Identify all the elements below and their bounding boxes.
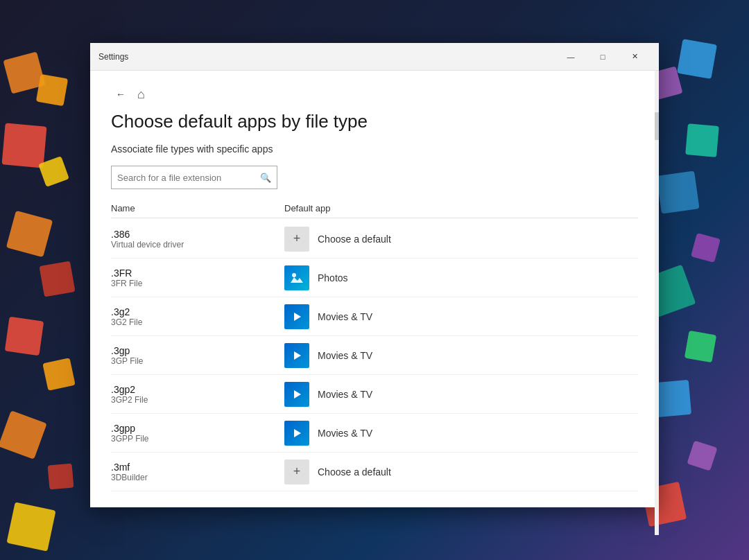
minimize-button[interactable]: — [555, 46, 587, 68]
maximize-button[interactable]: □ [587, 46, 619, 68]
scrollbar[interactable] [655, 71, 659, 535]
file-extension: .3FR [111, 268, 284, 279]
file-info: .386Virtual device driver [111, 229, 284, 250]
search-box[interactable]: 🔍 [111, 166, 277, 189]
app-info[interactable]: Movies & TV [284, 382, 372, 407]
file-description: 3GP2 File [111, 395, 284, 405]
table-row: .3mf3DBuilder+Choose a default [111, 453, 638, 491]
app-icon: + [284, 227, 309, 252]
file-info: .3gpp3GPP File [111, 423, 284, 444]
file-info: .3mf3DBuilder [111, 462, 284, 482]
table-row: .3gp23GP2 File Movies & TV [111, 375, 638, 414]
close-button[interactable]: ✕ [619, 46, 651, 68]
app-info[interactable]: Movies & TV [284, 421, 372, 446]
titlebar: Settings — □ ✕ [90, 43, 659, 71]
window-controls: — □ ✕ [555, 46, 651, 68]
table-row: .aA File+Choose a default [111, 491, 638, 493]
app-icon [284, 304, 309, 329]
app-name: Movies & TV [318, 350, 372, 361]
home-icon[interactable]: ⌂ [137, 87, 145, 102]
app-name: Movies & TV [318, 389, 372, 400]
file-info: .3g23G2 File [111, 306, 284, 327]
window-content: ← ⌂ Choose default apps by file type Ass… [90, 71, 659, 507]
app-info[interactable]: +Choose a default [284, 460, 391, 484]
search-input[interactable] [117, 173, 260, 183]
app-column-header: Default app [284, 203, 331, 213]
svg-marker-1 [294, 313, 301, 321]
app-icon [284, 265, 309, 290]
window-title: Settings [98, 52, 555, 62]
decorative-cubes-left [0, 0, 90, 560]
file-description: 3FR File [111, 279, 284, 288]
svg-marker-4 [294, 429, 301, 437]
app-icon [284, 421, 309, 446]
scrollbar-thumb[interactable] [655, 112, 659, 140]
table-row: .386Virtual device driver+Choose a defau… [111, 220, 638, 259]
app-name: Choose a default [318, 466, 391, 478]
file-list: .386Virtual device driver+Choose a defau… [111, 220, 638, 493]
svg-marker-2 [294, 351, 301, 360]
app-info[interactable]: Movies & TV [284, 343, 372, 368]
file-extension: .3gp [111, 345, 284, 356]
app-info[interactable]: Movies & TV [284, 304, 372, 329]
file-description: 3G2 File [111, 317, 284, 327]
file-extension: .3gp2 [111, 384, 284, 395]
file-description: Virtual device driver [111, 240, 284, 250]
app-info[interactable]: Photos [284, 265, 348, 290]
app-info[interactable]: +Choose a default [284, 227, 391, 252]
app-name: Movies & TV [318, 311, 372, 322]
file-extension: .3mf [111, 462, 284, 473]
app-icon: + [284, 460, 309, 484]
nav-row: ← ⌂ [111, 85, 638, 104]
table-row: .3FR3FR File Photos [111, 259, 638, 297]
page-title: Choose default apps by file type [111, 111, 638, 132]
file-extension: .386 [111, 229, 284, 240]
app-icon [284, 382, 309, 407]
name-column-header: Name [111, 203, 284, 213]
table-header: Name Default app [111, 200, 638, 218]
table-row: .3gpp3GPP File Movies & TV [111, 414, 638, 453]
table-row: .3g23G2 File Movies & TV [111, 297, 638, 336]
settings-window: Settings — □ ✕ ← ⌂ Choose default apps b… [90, 43, 659, 507]
svg-marker-3 [294, 390, 301, 399]
file-description: 3DBuilder [111, 473, 284, 482]
file-description: 3GPP File [111, 434, 284, 444]
app-icon [284, 343, 309, 368]
subtitle: Associate file types with specific apps [111, 143, 638, 155]
file-info: .3gp3GP File [111, 345, 284, 366]
search-icon: 🔍 [260, 173, 271, 183]
table-row: .3gp3GP File Movies & TV [111, 336, 638, 375]
app-name: Choose a default [318, 234, 391, 245]
file-info: .3FR3FR File [111, 268, 284, 288]
app-name: Photos [318, 272, 348, 283]
back-button[interactable]: ← [111, 85, 130, 104]
file-extension: .3gpp [111, 423, 284, 434]
app-name: Movies & TV [318, 428, 372, 439]
svg-point-0 [292, 273, 296, 277]
file-info: .3gp23GP2 File [111, 384, 284, 405]
file-extension: .3g2 [111, 306, 284, 317]
file-description: 3GP File [111, 356, 284, 366]
